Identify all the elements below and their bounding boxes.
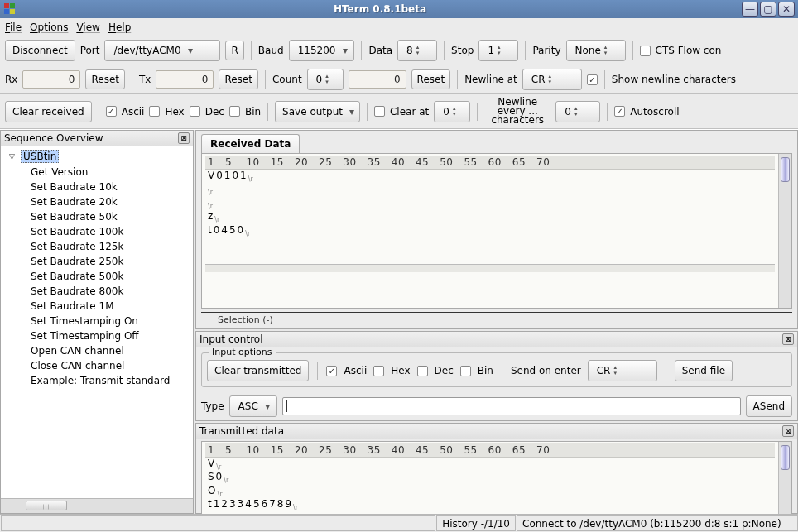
baud-combo[interactable]: 115200 ▾ [289,40,355,61]
received-panel: Received Data 1 5 10 15 20 25 30 35 40 4… [195,130,798,329]
disconnect-button[interactable]: Disconnect [5,40,75,61]
menu-help[interactable]: Help [108,22,131,33]
maximize-button[interactable]: ▢ [760,2,776,17]
send-on-enter-combo[interactable]: CR ▴▾ [588,360,657,381]
menu-options[interactable]: Options [30,22,68,33]
sidebar-close-button[interactable]: ⊠ [178,132,190,144]
tree-item[interactable]: Set Baudrate 10k [1,180,193,194]
asend-button[interactable]: ASend [746,395,792,417]
tree-expand-icon[interactable]: ▽ [9,152,17,161]
separator [666,362,666,380]
input-bin-checkbox[interactable] [460,366,471,376]
show-newline-checkbox[interactable]: ✓ [587,74,598,85]
tree-item[interactable]: Get Version [1,165,193,180]
separator [632,41,633,60]
input-hex-checkbox[interactable] [373,366,384,376]
data-combo[interactable]: 8 ▴▾ [397,40,437,61]
chevron-down-icon: ▾ [346,105,358,118]
tree-item[interactable]: Set Baudrate 500k [1,269,193,284]
parity-combo[interactable]: None ▴▾ [566,40,626,61]
tx-reset-button[interactable]: Reset [219,69,258,89]
received-data-content[interactable]: 1 5 10 15 20 25 30 35 40 45 50 55 60 65 … [202,154,778,308]
tree-item[interactable]: Set Baudrate 20k [1,194,193,209]
right-column: Received Data 1 5 10 15 20 25 30 35 40 4… [194,130,798,514]
separator [132,70,132,89]
received-line: \r [205,197,775,210]
tree-item[interactable]: Example: Transmit standard [1,373,193,388]
port-label: Port [80,45,100,56]
tree-item[interactable]: Set Baudrate 100k [1,224,193,239]
transmitted-panel: Transmitted data ⊠ 1 5 10 15 20 25 30 35… [195,423,798,514]
count-spin-value: 0 [311,74,326,85]
clear-at-spin[interactable]: 0 ▴▾ [434,101,470,122]
transmitted-data-content[interactable]: 1 5 10 15 20 25 30 35 40 45 50 55 60 65 … [202,442,778,514]
input-control-close-button[interactable]: ⊠ [782,333,794,345]
autoscroll-checkbox[interactable]: ✓ [614,106,625,117]
separator [367,103,368,121]
send-file-button[interactable]: Send file [675,360,733,381]
minimize-button[interactable]: — [742,2,758,17]
baud-value: 115200 [293,45,339,56]
received-data-view: 1 5 10 15 20 25 30 35 40 45 50 55 60 65 … [201,153,792,309]
close-button[interactable]: ✕ [778,2,795,17]
sequence-tree[interactable]: ▽ USBtin Get VersionSet Baudrate 10kSet … [1,146,193,498]
window-title: HTerm 0.8.1beta [20,3,740,15]
clear-transmitted-button[interactable]: Clear transmitted [207,360,309,381]
bin-checkbox[interactable] [229,106,240,117]
ascii-checkbox[interactable]: ✓ [106,106,117,117]
transmitted-vscrollbar[interactable] [778,442,791,514]
port-refresh-button[interactable]: R [225,41,243,60]
tree-item[interactable]: Set Baudrate 800k [1,284,193,299]
tree-item[interactable]: Set Baudrate 50k [1,209,193,224]
type-combo[interactable]: ASC ▾ [229,395,277,417]
stop-value: 1 [483,45,498,56]
status-spacer [1,515,435,531]
parity-value: None [570,45,604,56]
transmitted-close-button[interactable]: ⊠ [782,425,794,437]
hex-checkbox[interactable] [149,106,160,117]
received-tab[interactable]: Received Data [201,134,300,153]
received-vscrollbar[interactable] [778,154,791,308]
port-combo[interactable]: /dev/ttyACM0 ▾ [104,40,220,61]
hex-label: Hex [165,106,184,117]
data-label: Data [368,45,392,56]
sidebar-hscrollbar[interactable] [1,498,193,513]
menu-view[interactable]: View [76,22,99,33]
input-hex-label: Hex [391,365,410,376]
input-dec-checkbox[interactable] [417,366,428,376]
tree-item[interactable]: Close CAN channel [1,358,193,373]
tree-item[interactable]: Open CAN channel [1,343,193,358]
newline-at-label: Newline at [464,74,517,85]
tree-item[interactable]: Set Baudrate 250k [1,254,193,269]
rx-reset-button[interactable]: Reset [85,69,125,89]
input-ascii-checkbox[interactable]: ✓ [326,366,337,376]
bin-label: Bin [245,106,261,117]
input-text-field[interactable] [282,397,741,415]
stop-combo[interactable]: 1 ▴▾ [478,40,518,61]
send-on-enter-label: Send on enter [511,365,581,376]
count-reset-button[interactable]: Reset [411,69,451,89]
tree-item[interactable]: Set Timestamping On [1,314,193,328]
dec-label: Dec [205,106,224,117]
newline-every-spin[interactable]: 0 ▴▾ [555,101,600,122]
clear-at-checkbox[interactable] [374,106,385,117]
save-output-button[interactable]: Save output ▾ [275,101,360,122]
tree-item[interactable]: Set Baudrate 1M [1,299,193,314]
clear-received-button[interactable]: Clear received [5,101,92,122]
separator [444,41,445,60]
newline-at-combo[interactable]: CR ▴▾ [522,69,582,90]
count-spin[interactable]: 0 ▴▾ [307,69,344,90]
received-hscrollbar[interactable] [205,264,775,272]
count-total: 0 [349,70,406,89]
menu-file[interactable]: File [5,22,22,33]
tree-root[interactable]: ▽ USBtin [1,148,193,165]
dec-checkbox[interactable] [190,106,200,117]
status-connection: Connect to /dev/ttyACM0 (b:115200 d:8 s:… [517,515,798,531]
tx-label: Tx [139,74,151,85]
transmitted-data-view: 1 5 10 15 20 25 30 35 40 45 50 55 60 65 … [201,441,792,515]
tree-item[interactable]: Set Baudrate 125k [1,239,193,254]
input-options-group: Input options Clear transmitted ✓Ascii H… [201,352,792,387]
cts-checkbox[interactable] [640,46,651,56]
status-history: History -/1/10 [436,515,516,531]
tree-item[interactable]: Set Timestamping Off [1,328,193,343]
